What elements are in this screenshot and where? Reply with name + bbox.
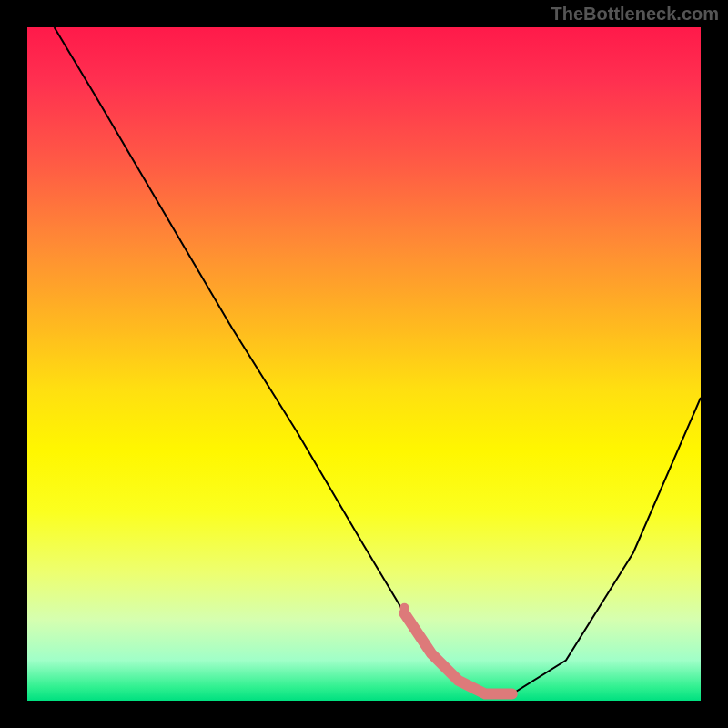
- optimal-zone-dot: [399, 603, 409, 612]
- chart-curve-svg: [27, 27, 701, 701]
- watermark-text: TheBottleneck.com: [551, 4, 719, 25]
- bottleneck-curve-line: [55, 27, 701, 694]
- optimal-zone-highlight: [404, 613, 511, 694]
- chart-plot-area: [27, 27, 701, 701]
